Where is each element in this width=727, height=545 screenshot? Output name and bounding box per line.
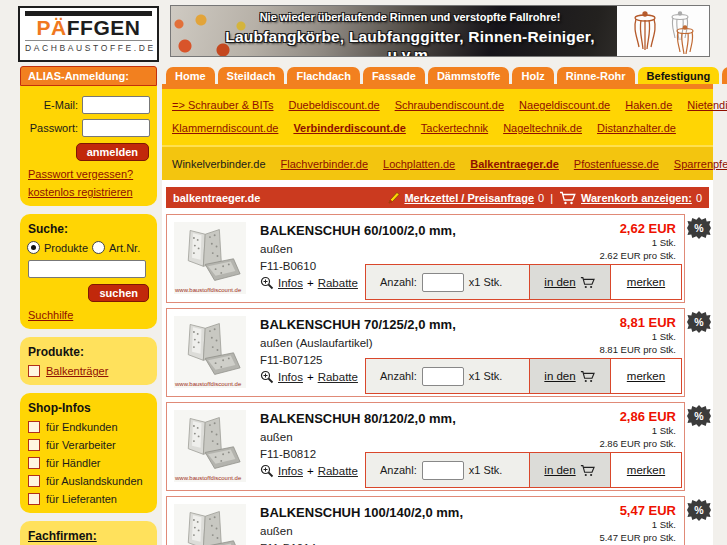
login-button[interactable]: anmelden [76,143,149,161]
product-image[interactable]: www.baustoffdiscount.de [174,222,246,294]
add-to-cart-button[interactable]: in den [529,359,611,393]
promo-banner[interactable]: Nie wieder überlaufende Rinnen und verst… [170,5,710,57]
plus-text: + [307,277,314,289]
product-row: www.baustoffdiscount.de BALKENSCHUH 100/… [166,496,685,545]
sidebar-item-label[interactable]: für Händler [46,457,100,469]
radio-artnr[interactable] [92,241,105,254]
sidebar-item-balkentraeger[interactable]: Balkenträger [28,365,149,377]
main-nav: Home Steildach Flachdach Fassade Dämmsto… [162,64,713,84]
merken-link[interactable]: merken [627,464,665,476]
subnav-link-distanzhalter[interactable]: Distanzhalter.de [597,122,676,134]
sidebar-item-label[interactable]: Balkenträger [46,365,108,377]
banner-line2: Laubfangkörbe, Laubfanggitter, Rinnen-Re… [207,28,613,57]
subnav-link-sparrenpfettenanker[interactable]: Sparrenpfettenanker.de [674,158,727,170]
product-title: BALKENSCHUH 100/140/2,0 mm, [260,504,463,523]
merken-link[interactable]: merken [627,276,665,288]
product-image[interactable]: www.baustoffdiscount.de [174,316,246,388]
discount-percent-badge[interactable]: % [687,405,711,427]
product-price: 2,62 EUR [595,221,676,236]
product-image[interactable]: www.baustoffdiscount.de [174,410,246,482]
tab-flachdach[interactable]: Flachdach [287,67,359,84]
search-button[interactable]: suchen [88,284,149,302]
sidebar-item-label[interactable]: für Endkunden [46,421,118,433]
quantity-input[interactable] [422,461,464,480]
tab-befestigung[interactable]: Befestigung [638,67,720,84]
add-to-cart-label[interactable]: in den [544,276,575,288]
sidebar-item-lieferanten[interactable]: für Lieferanten [28,493,149,505]
sidebar-item-label[interactable]: für Auslandskunden [46,475,143,487]
tab-fassade[interactable]: Fassade [363,67,425,84]
subnav-link-nietendiscount[interactable]: Nietendiscount.de [687,99,727,111]
email-field[interactable] [82,96,150,114]
product-row: www.baustoffdiscount.de BALKENSCHUH 80/1… [166,402,685,491]
discount-percent-badge[interactable]: % [687,217,711,239]
sidebar-item-endkunden[interactable]: für Endkunden [28,421,149,433]
subnav-link-winkelverbinder[interactable]: Winkelverbinder.de [172,158,266,170]
product-price: 5,47 EUR [595,503,676,518]
subnav-link-schraubendiscount[interactable]: Schraubendiscount.de [395,99,504,111]
sidebar-item-label[interactable]: für Lieferanten [46,493,117,505]
discount-percent-badge[interactable]: % [687,311,711,333]
discount-percent-badge[interactable]: % [687,499,711,521]
add-to-cart-label[interactable]: in den [544,370,575,382]
infos-link[interactable]: Infos [278,277,303,289]
infos-link[interactable]: Infos [278,465,303,477]
merkzettel-link[interactable]: Merkzettel / Preisanfrage [404,192,534,204]
search-help-link[interactable]: Suchhilfe [28,309,149,321]
sidebar-item-verarbeiter[interactable]: für Verarbeiter [28,439,149,451]
tab-holz[interactable]: Holz [512,67,553,84]
add-to-cart-button[interactable]: in den [529,453,611,487]
logo-text-dark: FFGEN [67,16,141,39]
product-title: BALKENSCHUH 80/120/2,0 mm, [260,410,456,429]
site-logo[interactable]: PÄFFGEN DACHBAUSTOFFE.DE [18,6,159,62]
register-link[interactable]: kostenlos registrieren [28,186,149,198]
rabatte-link[interactable]: Rabatte [318,277,358,289]
subnav-link-haken[interactable]: Haken.de [625,99,672,111]
tab-rinne-rohr[interactable]: Rinne-Rohr [557,67,635,84]
password-field[interactable] [82,119,150,137]
rabatte-link[interactable]: Rabatte [318,465,358,477]
warenkorb-link[interactable]: Warenkorb anzeigen: [581,192,692,204]
product-qty: 1 Stk. [595,519,676,532]
product-qty: 1 Stk. [595,237,676,250]
quantity-input[interactable] [422,367,464,386]
subnav-link-naegeldiscount[interactable]: Naegeldiscount.de [519,99,610,111]
sidebar-item-auslandskunden[interactable]: für Auslandskunden [28,475,149,487]
subnav-link-lochplatten[interactable]: Lochplatten.de [383,158,455,170]
cart-icon [580,464,596,477]
add-to-cart-label[interactable]: in den [544,464,575,476]
subnav-link-nageltechnik[interactable]: Nageltechnik.de [503,122,582,134]
sidebar-item-label[interactable]: für Verarbeiter [46,439,116,451]
checkbox-icon [28,421,40,433]
subnav-link-schrauber-bits[interactable]: => Schrauber & BITs [172,99,274,111]
infos-link[interactable]: Infos [278,371,303,383]
product-subtitle: außen (Auslaufartikel) [260,335,456,352]
forgot-password-link[interactable]: Passwort vergessen? [28,168,149,180]
add-to-cart-button[interactable]: in den [529,265,611,299]
merken-link[interactable]: merken [627,370,665,382]
rabatte-link[interactable]: Rabatte [318,371,358,383]
tab-steildach[interactable]: Steildach [218,67,285,84]
quantity-label: Anzahl: [380,276,417,288]
sidebar-item-haendler[interactable]: für Händler [28,457,149,469]
pencil-icon [388,191,400,204]
subnav-link-duebeldiscount[interactable]: Duebeldiscount.de [289,99,380,111]
product-title: BALKENSCHUH 70/125/2,0 mm, [260,316,456,335]
subnav-link-pfostenfuesse[interactable]: Pfostenfuesse.de [574,158,659,170]
cart-icon [580,370,596,383]
radio-produkte[interactable] [27,241,40,254]
subnav-link-flachverbinder[interactable]: Flachverbinder.de [281,158,368,170]
subnav-link-balkentraeger[interactable]: Balkentraeger.de [470,158,559,170]
subnav-link-verbinderdiscount[interactable]: Verbinderdiscount.de [293,122,405,134]
subnav-link-tackertechnik[interactable]: Tackertechnik [421,122,488,134]
image-watermark: www.baustoffdiscount.de [175,287,241,293]
tab-daemmstoffe[interactable]: Dämmstoffe [428,67,510,84]
order-strip: Anzahl: x1 Stk. in den merken [365,358,682,394]
quantity-input[interactable] [422,273,464,292]
product-image[interactable]: www.baustoffdiscount.de [174,504,246,545]
subnav-link-klammerndiscount[interactable]: Klammerndiscount.de [172,122,278,134]
tab-sonstiges[interactable]: Sonstiges [722,67,727,84]
product-subtitle: außen [260,523,463,540]
tab-home[interactable]: Home [166,67,215,84]
search-input[interactable] [28,260,146,278]
